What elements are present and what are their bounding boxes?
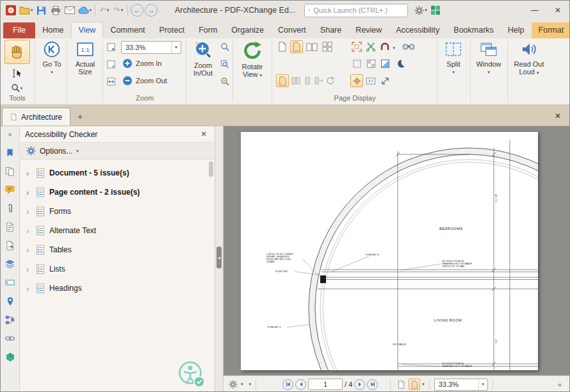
tab-convert[interactable]: Convert bbox=[271, 22, 313, 38]
show-guides-icon[interactable] bbox=[350, 74, 363, 87]
fit-width-button[interactable] bbox=[409, 379, 420, 390]
split-view-icon[interactable] bbox=[379, 57, 391, 70]
tab-form[interactable]: Form bbox=[191, 22, 224, 38]
window-button[interactable]: Window ▾ bbox=[472, 40, 505, 75]
continuous-page-icon[interactable] bbox=[290, 40, 303, 53]
new-tab-button[interactable]: + bbox=[73, 110, 87, 124]
fields-pane-icon[interactable] bbox=[4, 221, 16, 233]
page-boxes-icon[interactable] bbox=[350, 40, 363, 53]
document-page[interactable]: 1 5/8"x11 7/8" SCL 'CURVED' LEDGER, C/W … bbox=[241, 132, 538, 370]
print-button[interactable] bbox=[49, 3, 63, 18]
split-button[interactable]: Split ▾ bbox=[439, 40, 468, 75]
undo-button[interactable]: ↶▾ bbox=[97, 3, 111, 18]
previous-page-button[interactable] bbox=[295, 379, 306, 390]
expander-icon[interactable]: › bbox=[26, 265, 31, 274]
form-fields-pane-icon[interactable] bbox=[4, 277, 16, 288]
multiple-pages-icon[interactable] bbox=[321, 40, 334, 53]
thumbnails-pane-icon[interactable] bbox=[4, 165, 16, 177]
close-document-button[interactable]: ✕ bbox=[551, 110, 564, 122]
status-settings-button[interactable] bbox=[227, 379, 239, 390]
destinations-pane-icon[interactable] bbox=[4, 295, 16, 307]
go-to-button[interactable]: Go To ▾ bbox=[37, 40, 67, 75]
cover-page-icon[interactable] bbox=[302, 74, 313, 87]
tab-accessibility[interactable]: Accessibility bbox=[389, 22, 446, 38]
arch-tool-icon[interactable] bbox=[379, 40, 391, 53]
status-zoom-dropdown[interactable]: 33.3% ▾ bbox=[434, 379, 488, 391]
tree-item-document[interactable]: › Document - 5 issue(s) bbox=[20, 163, 215, 183]
zoom-level-dropdown[interactable]: 33.3% ▾ bbox=[121, 41, 181, 54]
tab-help[interactable]: Help bbox=[501, 22, 532, 38]
single-page-icon[interactable] bbox=[276, 40, 289, 53]
export-pane-icon[interactable] bbox=[4, 240, 16, 251]
options-dropdown[interactable]: Options... ▾ bbox=[20, 142, 214, 159]
expander-icon[interactable]: › bbox=[26, 284, 31, 293]
chevron-down-icon[interactable]: ▾ bbox=[478, 379, 487, 390]
page-number-input[interactable]: 1 bbox=[308, 379, 343, 390]
settings-button[interactable]: ▾ bbox=[413, 3, 428, 18]
chevron-down-icon[interactable]: ▾ bbox=[249, 382, 252, 387]
panel-splitter[interactable]: ◂ bbox=[215, 126, 224, 392]
tree-item-lists[interactable]: › Lists bbox=[20, 259, 215, 279]
facing-pages-icon[interactable] bbox=[290, 74, 302, 87]
zoom-in-button[interactable]: Zoom In bbox=[122, 58, 161, 69]
expander-icon[interactable]: › bbox=[26, 226, 31, 236]
fit-width-icon[interactable] bbox=[105, 58, 117, 70]
open-button[interactable]: ▾ bbox=[18, 3, 35, 18]
chevron-down-icon[interactable]: ▾ bbox=[390, 42, 398, 54]
select-region-icon[interactable] bbox=[350, 57, 363, 70]
layers-pane-icon[interactable] bbox=[4, 258, 16, 270]
launch-apps-button[interactable] bbox=[428, 3, 443, 18]
tree-item-headings[interactable]: › Headings bbox=[20, 279, 215, 298]
collapse-statusbar-icon[interactable]: « bbox=[554, 379, 566, 390]
scissors-icon[interactable] bbox=[364, 40, 377, 53]
tab-file[interactable]: File bbox=[3, 22, 35, 38]
chevron-down-icon[interactable]: ▾ bbox=[422, 382, 425, 387]
tab-comment[interactable]: Comment bbox=[103, 22, 152, 38]
tab-share[interactable]: Share bbox=[313, 22, 348, 38]
links-pane-icon[interactable] bbox=[4, 332, 16, 344]
rotate-view-button[interactable]: Rotate View ▾ bbox=[235, 40, 270, 78]
comments-pane-icon[interactable] bbox=[4, 184, 16, 195]
last-page-button[interactable] bbox=[367, 379, 378, 390]
expander-icon[interactable]: › bbox=[26, 188, 31, 197]
email-button[interactable] bbox=[63, 3, 77, 18]
select-text-tool-button[interactable] bbox=[8, 67, 25, 80]
next-page-button[interactable] bbox=[354, 379, 365, 390]
minimize-button[interactable]: — bbox=[523, 2, 546, 19]
previous-view-button[interactable]: ← bbox=[131, 4, 143, 17]
tab-review[interactable]: Review bbox=[348, 22, 389, 38]
tree-item-forms[interactable]: › Forms bbox=[20, 202, 215, 221]
rotate-pages-icon[interactable] bbox=[325, 74, 336, 87]
current-layout-icon[interactable] bbox=[276, 74, 289, 87]
fit-page-button[interactable] bbox=[395, 379, 407, 390]
quick-launch-search[interactable] bbox=[304, 4, 408, 17]
document-view[interactable]: 1 5/8"x11 7/8" SCL 'CURVED' LEDGER, C/W … bbox=[224, 126, 569, 392]
collapse-panes-icon[interactable]: « bbox=[4, 128, 16, 140]
document-tab-architecture[interactable]: Architecture bbox=[2, 108, 70, 126]
night-mode-icon[interactable] bbox=[394, 57, 407, 70]
session-button[interactable]: ▾ bbox=[77, 3, 94, 18]
transparency-grid-icon[interactable] bbox=[364, 57, 377, 70]
tab-bookmarks[interactable]: Bookmarks bbox=[446, 22, 501, 38]
tab-home[interactable]: Home bbox=[35, 22, 70, 38]
splitter-handle[interactable]: ◂ bbox=[216, 247, 222, 268]
tree-item-alternate-text[interactable]: › Alternate Text bbox=[20, 221, 215, 240]
fit-visible-icon[interactable] bbox=[105, 76, 117, 88]
zoom-out-button[interactable]: Zoom Out bbox=[122, 76, 167, 86]
expander-icon[interactable]: › bbox=[26, 207, 31, 216]
expander-icon[interactable]: › bbox=[26, 168, 31, 178]
magnifier-options-icon[interactable] bbox=[219, 76, 231, 88]
tree-item-tables[interactable]: › Tables bbox=[20, 240, 215, 259]
pan-zoom-icon[interactable] bbox=[219, 58, 231, 70]
resize-icon[interactable] bbox=[379, 74, 391, 87]
3d-pane-icon[interactable] bbox=[4, 351, 16, 363]
save-button[interactable] bbox=[35, 3, 49, 18]
zoom-in-out-button[interactable]: Zoom In/Out bbox=[188, 40, 218, 77]
first-page-button[interactable] bbox=[282, 379, 293, 390]
bookmarks-pane-icon[interactable] bbox=[4, 147, 16, 158]
read-out-loud-button[interactable]: Read Out Loud ▾ bbox=[510, 40, 548, 76]
chevron-down-icon[interactable]: ▾ bbox=[241, 382, 243, 387]
redo-button[interactable]: ↷▾ bbox=[111, 3, 126, 18]
expander-icon[interactable]: › bbox=[26, 245, 31, 255]
close-panel-icon[interactable]: ✕ bbox=[198, 130, 209, 138]
